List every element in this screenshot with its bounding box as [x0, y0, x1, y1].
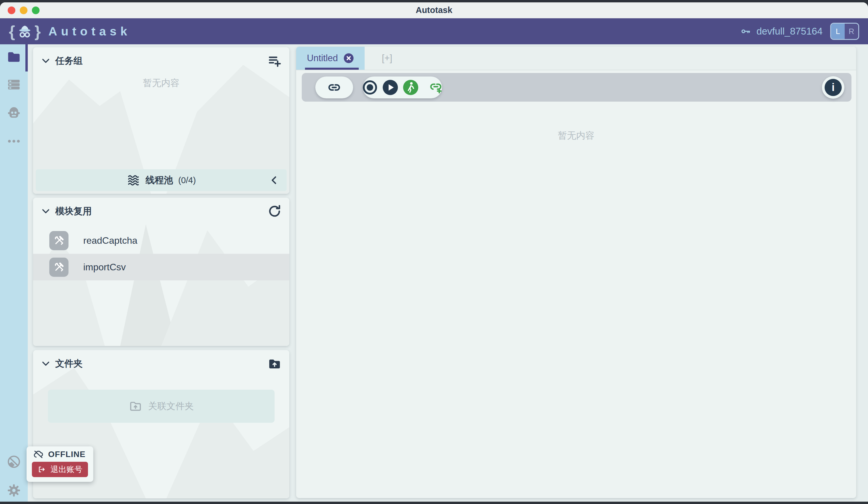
minimize-window-button[interactable]: [20, 7, 28, 14]
screen: Autotask { } Autotask: [0, 0, 868, 504]
tab-label: Untitled: [307, 53, 338, 63]
module-list: readCaptcha: [33, 227, 289, 280]
runner-icon: [402, 79, 419, 96]
nav-more-button[interactable]: [6, 133, 22, 150]
window-title: Autotask: [416, 5, 452, 15]
tab-strip: Untitled [+]: [296, 47, 856, 70]
close-tab-icon[interactable]: [343, 53, 354, 63]
logout-label: 退出账号: [51, 464, 82, 475]
thread-pool-waves-icon: [127, 173, 140, 187]
module-item-label: importCsv: [83, 262, 126, 273]
nav-blocked-button[interactable]: [6, 453, 22, 470]
offline-label: OFFLINE: [48, 450, 86, 459]
robot-icon: [6, 105, 22, 121]
task-group-empty-text: 暂无内容: [33, 77, 289, 89]
close-window-button[interactable]: [8, 7, 16, 14]
chevron-left-icon[interactable]: [268, 174, 280, 186]
task-group-title: 任务组: [55, 55, 83, 67]
thread-pool-count: (0/4): [178, 175, 196, 185]
info-icon: i: [825, 79, 842, 96]
tools-icon: [49, 231, 69, 250]
record-icon: [362, 79, 378, 96]
app-logo: { }: [9, 20, 41, 43]
nav-rail: [0, 44, 28, 502]
module-item-label: readCaptcha: [83, 235, 137, 246]
associate-folder-label: 关联文件夹: [148, 400, 194, 412]
module-reuse-header: 模块复用: [33, 198, 289, 225]
key-icon: [741, 26, 751, 37]
toggle-left-option[interactable]: L: [831, 24, 845, 39]
nav-task-queue-button[interactable]: [6, 76, 22, 93]
active-tab-underline: [305, 68, 359, 70]
logo-brace-right: }: [34, 20, 41, 43]
main-empty-text: 暂无内容: [296, 129, 856, 142]
refresh-icon[interactable]: [268, 204, 282, 218]
folder-icon: [6, 49, 22, 64]
associate-folder-button[interactable]: 关联文件夹: [48, 390, 275, 423]
record-button[interactable]: [362, 79, 378, 96]
module-reuse-title: 模块复用: [55, 205, 92, 218]
step-run-button[interactable]: [402, 79, 419, 96]
folder-upload-icon[interactable]: [268, 356, 282, 371]
active-nav-indicator: [25, 44, 28, 71]
thread-pool-label: 线程池: [146, 174, 173, 187]
main-area: Untitled [+]: [289, 44, 868, 502]
left-sidebar: 任务组 暂无内容: [33, 44, 289, 502]
add-task-group-icon[interactable]: [268, 54, 282, 68]
add-link-button[interactable]: [429, 79, 443, 96]
folder-upload-outline-icon: [129, 400, 142, 413]
nav-folder-button[interactable]: [6, 49, 22, 65]
run-controls-group: [363, 77, 442, 98]
tools-icon: [49, 258, 69, 277]
link-plus-icon: [429, 80, 443, 94]
offline-status: OFFLINE: [27, 446, 93, 460]
app-window: Autotask { } Autotask: [0, 2, 868, 502]
link-tool-button[interactable]: [315, 77, 353, 98]
link-icon: [328, 81, 341, 94]
app-header: { } Autotask devfull_875164: [0, 18, 868, 44]
logout-button[interactable]: 退出账号: [32, 462, 88, 477]
macos-titlebar: Autotask: [0, 2, 868, 18]
header-right: devfull_875164 L R: [741, 23, 859, 40]
blocked-icon: [6, 454, 22, 470]
cloud-off-icon: [33, 449, 44, 460]
module-item-importcsv[interactable]: importCsv: [33, 254, 289, 280]
logged-in-username: devfull_875164: [756, 26, 823, 37]
robot-hat-goggles-icon: [16, 23, 34, 40]
task-group-panel: 任务组 暂无内容: [33, 47, 289, 194]
new-tab-button[interactable]: [+]: [365, 47, 410, 70]
folder-title: 文件夹: [55, 357, 83, 370]
settings-gear-icon: [6, 483, 22, 498]
lr-toggle[interactable]: L R: [830, 23, 859, 40]
chevron-down-icon[interactable]: [41, 56, 51, 66]
more-ellipsis-icon: [6, 133, 22, 149]
task-list-icon: [6, 77, 22, 92]
toggle-right-option[interactable]: R: [845, 24, 858, 39]
zoom-window-button[interactable]: [32, 7, 40, 14]
content-area: 任务组 暂无内容: [0, 44, 868, 502]
nav-robot-button[interactable]: [6, 105, 22, 121]
offline-popover: OFFLINE 退出账号: [27, 446, 93, 482]
app-name: Autotask: [49, 24, 131, 38]
workflow-toolbar: i: [302, 73, 851, 102]
play-button[interactable]: [382, 79, 399, 96]
chevron-down-icon[interactable]: [41, 359, 51, 369]
nav-settings-button[interactable]: [6, 482, 22, 499]
info-button[interactable]: i: [822, 76, 844, 99]
logout-icon: [38, 465, 46, 474]
module-item-readcaptcha[interactable]: readCaptcha: [33, 227, 289, 254]
play-icon: [382, 79, 399, 96]
tab-untitled[interactable]: Untitled: [296, 47, 365, 70]
task-group-header: 任务组: [33, 47, 289, 74]
traffic-lights: [8, 7, 40, 14]
logo-brace-left: {: [9, 20, 15, 43]
chevron-down-icon[interactable]: [41, 206, 51, 216]
thread-pool-bar[interactable]: 线程池 (0/4): [36, 169, 287, 191]
folder-header: 文件夹: [33, 350, 289, 377]
main-panel: Untitled [+]: [296, 47, 856, 498]
module-reuse-panel: 模块复用: [33, 198, 289, 346]
